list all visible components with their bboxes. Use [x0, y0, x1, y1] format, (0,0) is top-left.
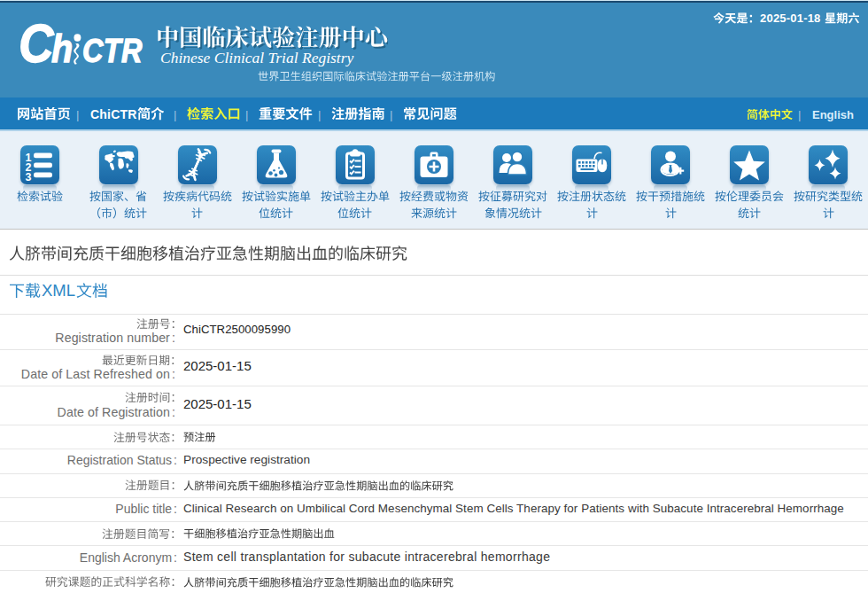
- svg-text:3: 3: [25, 171, 31, 183]
